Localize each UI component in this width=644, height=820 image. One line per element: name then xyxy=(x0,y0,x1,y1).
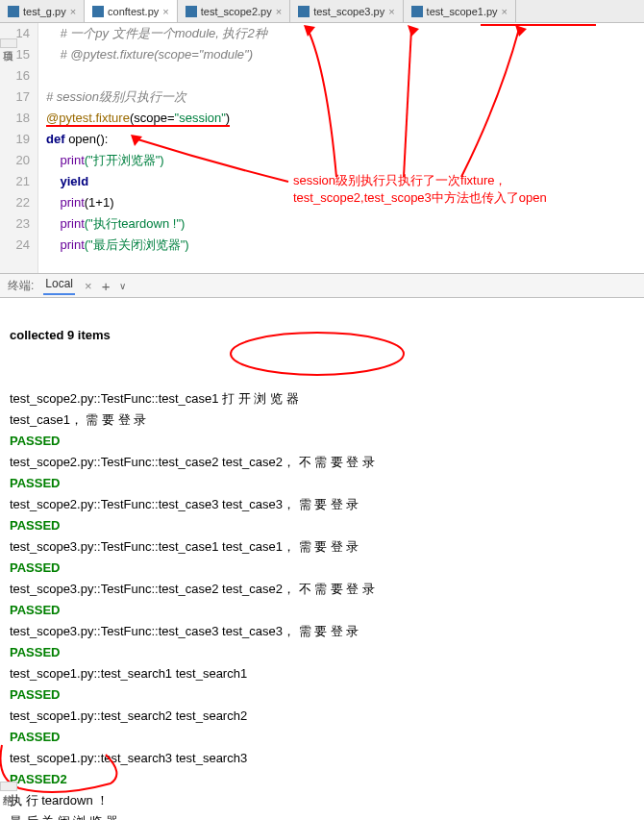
add-terminal-button[interactable]: + xyxy=(102,278,111,294)
close-icon[interactable]: × xyxy=(70,6,76,17)
annotation-circles xyxy=(0,298,634,817)
decorator: @pytest.fixture xyxy=(46,111,130,125)
code-area[interactable]: # 一个py 文件是一个module, 执行2种 # @pytest.fixtu… xyxy=(38,23,644,273)
passed-line: PASSED xyxy=(10,645,61,659)
line-gutter: 14 15 16 17 18 19 20 21 22 23 24 xyxy=(0,23,38,273)
line-number: 18 xyxy=(0,108,30,129)
close-icon[interactable]: × xyxy=(502,6,508,17)
close-icon[interactable]: × xyxy=(162,6,168,17)
comment: # @pytest.fixture(scope="module") xyxy=(60,47,253,62)
comment: # session级别只执行一次 xyxy=(46,89,186,104)
code-editor[interactable]: 14 15 16 17 18 19 20 21 22 23 24 # 一个py … xyxy=(0,23,644,273)
tab-label: test_g.py xyxy=(23,6,66,17)
output-line: test_scope2.py::TestFunc::test_case2 tes… xyxy=(10,455,375,469)
output-line: 最 后 关 闭 浏 览 器 xyxy=(10,814,118,820)
passed-line: PASSED xyxy=(10,560,61,575)
output-line: test_scope1.py::test_search3 test_search… xyxy=(10,751,247,765)
output-line: test_scope3.py::TestFunc::test_case3 tes… xyxy=(10,624,359,638)
python-icon xyxy=(92,6,104,17)
tab-label: test_scope1.py xyxy=(427,6,498,17)
terminal-output[interactable]: collected 9 items test_scope2.py::TestFu… xyxy=(0,298,644,820)
line-number: 19 xyxy=(0,129,30,150)
tab-test-g[interactable]: test_g.py × xyxy=(0,0,85,22)
passed-line: PASSED xyxy=(10,730,61,744)
side-tool-project[interactable]: 项目 xyxy=(0,38,17,48)
line-number: 16 xyxy=(0,65,30,87)
passed-line: PASSED xyxy=(10,434,61,448)
svg-rect-4 xyxy=(411,6,423,17)
output-line: test_scope2.py::TestFunc::test_case3 tes… xyxy=(10,497,359,511)
output-line: test_scope1.py::test_search1 test_search… xyxy=(10,666,247,681)
passed-line: PASSED xyxy=(10,687,61,702)
passed-line: PASSED xyxy=(10,603,61,617)
python-icon xyxy=(411,6,423,17)
python-icon xyxy=(186,6,197,17)
line-number: 17 xyxy=(0,87,30,108)
line-number: 22 xyxy=(0,192,30,213)
line-number: 24 xyxy=(0,235,30,256)
tab-test-scope1[interactable]: test_scope1.py × xyxy=(404,0,516,22)
python-icon xyxy=(298,6,310,17)
output-line: test_scope2.py::TestFunc::test_case1 打 开… xyxy=(10,391,299,406)
output-line: 执 行 teardown ！ xyxy=(10,793,109,808)
tab-test-scope2[interactable]: test_scope2.py × xyxy=(178,0,290,22)
comment: # 一个py 文件是一个module, 执行2种 xyxy=(60,26,266,40)
chevron-down-icon[interactable]: ∨ xyxy=(119,281,126,291)
close-icon[interactable]: × xyxy=(388,6,394,17)
line-number: 21 xyxy=(0,171,30,192)
side-tool-structure[interactable]: 结构 xyxy=(0,782,17,791)
terminal-title: 终端: xyxy=(8,278,34,294)
svg-rect-3 xyxy=(298,6,310,17)
tab-conftest[interactable]: conftest.py × xyxy=(85,0,178,22)
svg-rect-0 xyxy=(8,6,19,17)
tab-label: test_scope2.py xyxy=(201,6,272,17)
editor-tabs: test_g.py × conftest.py × test_scope2.py… xyxy=(0,0,644,23)
passed-line: PASSED2 xyxy=(10,772,67,786)
tab-test-scope3[interactable]: test_scope3.py × xyxy=(290,0,403,22)
terminal-tab-local[interactable]: Local xyxy=(43,277,75,295)
collected-line: collected 9 items xyxy=(10,328,111,342)
close-icon[interactable]: × xyxy=(85,279,92,293)
output-line: test_scope1.py::test_search2 test_search… xyxy=(10,708,247,723)
output-line: test_scope3.py::TestFunc::test_case1 tes… xyxy=(10,539,359,554)
svg-rect-2 xyxy=(186,6,197,17)
output-line: test_scope3.py::TestFunc::test_case2 tes… xyxy=(10,582,375,596)
line-number: 23 xyxy=(0,213,30,235)
close-icon[interactable]: × xyxy=(276,6,282,17)
terminal-bar: 终端: Local × + ∨ xyxy=(0,273,644,298)
svg-rect-1 xyxy=(92,6,104,17)
passed-line: PASSED xyxy=(10,518,61,533)
line-number: 20 xyxy=(0,150,30,171)
tab-label: conftest.py xyxy=(108,6,159,17)
passed-line: PASSED xyxy=(10,476,61,490)
tab-label: test_scope3.py xyxy=(313,6,384,17)
svg-point-9 xyxy=(231,333,404,375)
annotation-text: session级别执行只执行了一次fixture， test_scope2,te… xyxy=(293,172,547,207)
output-line: test_case1， 需 要 登 录 xyxy=(10,412,146,427)
python-icon xyxy=(8,6,19,17)
